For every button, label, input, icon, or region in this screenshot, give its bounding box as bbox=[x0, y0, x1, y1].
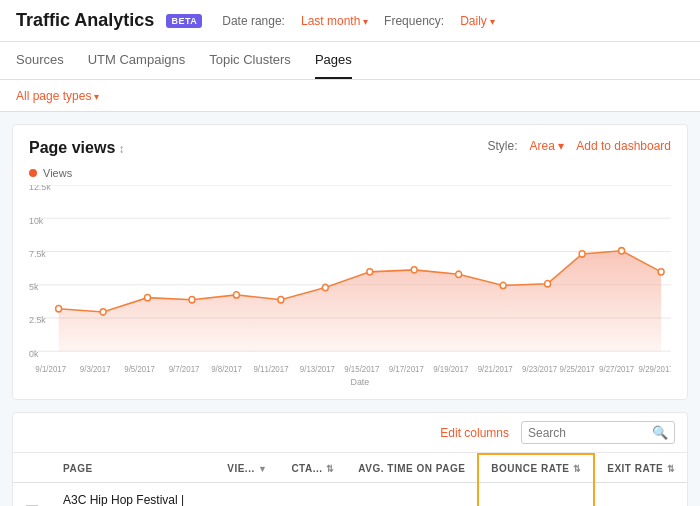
col-header-exit[interactable]: EXIT RATE ⇅ bbox=[594, 454, 687, 483]
cell-bounce-1: 15.18% bbox=[478, 483, 594, 507]
sort-arrow-exit: ⇅ bbox=[667, 464, 676, 474]
search-icon: 🔍 bbox=[652, 425, 668, 440]
cell-page-1: A3C Hip Hop Festival | Atlanta GA, Oct 4… bbox=[51, 483, 214, 507]
svg-point-15 bbox=[145, 294, 151, 300]
svg-text:9/19/2017: 9/19/2017 bbox=[433, 365, 469, 374]
table-row: A3C Hip Hop Festival | Atlanta GA, Oct 4… bbox=[13, 483, 687, 507]
col-header-cta[interactable]: CTA... ⇅ bbox=[279, 454, 346, 483]
cell-views-1: 41,679 bbox=[214, 483, 279, 507]
cell-exit-1: 63.24% bbox=[594, 483, 687, 507]
tab-utm-campaigns[interactable]: UTM Campaigns bbox=[88, 42, 186, 79]
sort-arrow-bounce: ⇅ bbox=[573, 464, 582, 474]
col-header-page: PAGE bbox=[51, 454, 214, 483]
svg-point-17 bbox=[233, 292, 239, 298]
svg-text:9/8/2017: 9/8/2017 bbox=[211, 365, 242, 374]
svg-point-20 bbox=[367, 269, 373, 275]
cell-cta-1: 2.1% bbox=[279, 483, 346, 507]
tab-sources[interactable]: Sources bbox=[16, 42, 64, 79]
svg-text:7.5k: 7.5k bbox=[29, 249, 46, 259]
svg-text:9/3/2017: 9/3/2017 bbox=[80, 365, 111, 374]
style-label: Style: bbox=[488, 139, 518, 153]
svg-point-18 bbox=[278, 297, 284, 303]
svg-text:10k: 10k bbox=[29, 215, 44, 225]
svg-point-24 bbox=[545, 281, 551, 287]
cell-time-1: a minute bbox=[346, 483, 478, 507]
filter-bar: All page types bbox=[0, 80, 700, 112]
header-controls: Date range: Last month Frequency: Daily bbox=[222, 14, 494, 28]
svg-point-14 bbox=[100, 309, 106, 315]
sort-arrow-views: ▼ bbox=[258, 464, 267, 474]
page-type-filter[interactable]: All page types bbox=[16, 89, 99, 103]
legend-dot bbox=[29, 169, 37, 177]
svg-point-19 bbox=[322, 284, 328, 290]
chart-svg: 0k 2.5k 5k 7.5k 10k 12.5k bbox=[29, 185, 671, 385]
frequency-label: Frequency: bbox=[384, 14, 444, 28]
svg-text:12.5k: 12.5k bbox=[29, 185, 51, 192]
tab-topic-clusters[interactable]: Topic Clusters bbox=[209, 42, 291, 79]
chart-title: Page views bbox=[29, 139, 125, 157]
svg-point-27 bbox=[658, 269, 664, 275]
svg-point-13 bbox=[56, 306, 62, 312]
svg-text:9/15/2017: 9/15/2017 bbox=[344, 365, 380, 374]
chart-controls: Style: Area Add to dashboard bbox=[488, 139, 671, 153]
chart-section: Page views Style: Area Add to dashboard … bbox=[12, 124, 688, 400]
table-toolbar: Edit columns 🔍 bbox=[13, 413, 687, 453]
frequency-value[interactable]: Daily bbox=[460, 14, 494, 28]
svg-text:5k: 5k bbox=[29, 282, 39, 292]
svg-text:9/23/2017: 9/23/2017 bbox=[522, 365, 558, 374]
sort-arrow-cta: ⇅ bbox=[326, 464, 335, 474]
svg-point-26 bbox=[619, 248, 625, 254]
date-range-label: Date range: bbox=[222, 14, 285, 28]
page-title: Traffic Analytics bbox=[16, 10, 154, 31]
style-dropdown[interactable]: Area bbox=[530, 139, 565, 153]
page-name-1: A3C Hip Hop Festival | Atlanta GA, Oct 4… bbox=[63, 493, 200, 506]
col-header-views[interactable]: VIE... ▼ bbox=[214, 454, 279, 483]
chart-legend: Views bbox=[29, 167, 671, 179]
search-box: 🔍 bbox=[521, 421, 675, 444]
beta-badge: BETA bbox=[166, 14, 202, 28]
row-checkbox-1[interactable] bbox=[13, 483, 51, 507]
svg-text:9/5/2017: 9/5/2017 bbox=[124, 365, 155, 374]
svg-text:9/21/2017: 9/21/2017 bbox=[478, 365, 514, 374]
svg-text:9/29/2017: 9/29/2017 bbox=[639, 365, 671, 374]
col-header-time: AVG. TIME ON PAGE bbox=[346, 454, 478, 483]
svg-text:9/7/2017: 9/7/2017 bbox=[169, 365, 200, 374]
svg-point-16 bbox=[189, 297, 195, 303]
svg-text:0k: 0k bbox=[29, 348, 39, 358]
table-section: Edit columns 🔍 PAGE VIE... ▼ CTA... ⇅ AV… bbox=[12, 412, 688, 506]
add-dashboard-button[interactable]: Add to dashboard bbox=[576, 139, 671, 153]
svg-text:9/1/2017: 9/1/2017 bbox=[35, 365, 66, 374]
svg-point-25 bbox=[579, 251, 585, 257]
svg-text:9/11/2017: 9/11/2017 bbox=[253, 365, 289, 374]
svg-point-21 bbox=[411, 267, 417, 273]
svg-text:9/27/2017: 9/27/2017 bbox=[599, 365, 635, 374]
date-range-value[interactable]: Last month bbox=[301, 14, 368, 28]
chart-header: Page views Style: Area Add to dashboard bbox=[29, 139, 671, 157]
edit-columns-button[interactable]: Edit columns bbox=[440, 426, 509, 440]
col-header-bounce[interactable]: BOUNCE RATE ⇅ bbox=[478, 454, 594, 483]
svg-text:9/13/2017: 9/13/2017 bbox=[300, 365, 336, 374]
search-input[interactable] bbox=[528, 426, 648, 440]
header: Traffic Analytics BETA Date range: Last … bbox=[0, 0, 700, 42]
svg-text:9/25/2017: 9/25/2017 bbox=[560, 365, 596, 374]
svg-text:Date: Date bbox=[351, 377, 370, 385]
legend-label: Views bbox=[43, 167, 72, 179]
data-table: PAGE VIE... ▼ CTA... ⇅ AVG. TIME ON PAGE… bbox=[13, 453, 687, 506]
tab-pages[interactable]: Pages bbox=[315, 42, 352, 79]
svg-text:2.5k: 2.5k bbox=[29, 315, 46, 325]
nav-tabs: Sources UTM Campaigns Topic Clusters Pag… bbox=[0, 42, 700, 80]
svg-point-23 bbox=[500, 282, 506, 288]
svg-point-22 bbox=[456, 271, 462, 277]
svg-text:9/17/2017: 9/17/2017 bbox=[389, 365, 425, 374]
col-header-checkbox bbox=[13, 454, 51, 483]
chart-area: 0k 2.5k 5k 7.5k 10k 12.5k bbox=[29, 185, 671, 385]
